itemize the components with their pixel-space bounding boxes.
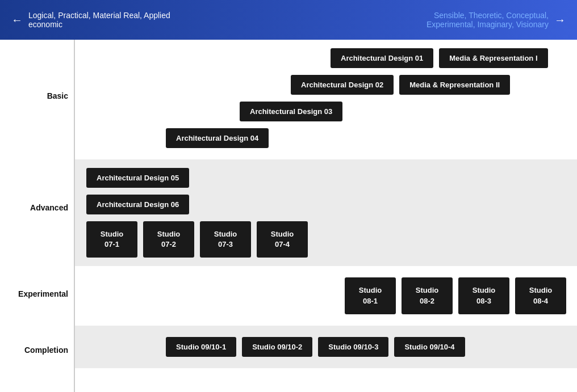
basic-row-2: Architectural Design 02 Media & Represen… [86,75,566,95]
content-area: Architectural Design 01 Media & Represen… [74,40,577,392]
section-advanced: Architectural Design 05 Architectural De… [75,159,577,266]
header-right: Sensible, Theoretic, Conceptual, Experim… [384,11,566,29]
experimental-studios-row: Studio08-1 Studio08-2 Studio08-3 Studio0… [86,277,566,314]
btn-studio-09-10-2[interactable]: Studio 09/10-2 [242,337,312,357]
btn-media-rep-2[interactable]: Media & Representation II [399,75,510,95]
section-experimental: Studio08-1 Studio08-2 Studio08-3 Studio0… [75,266,577,325]
advanced-studios-row: Studio07-1 Studio07-2 Studio07-3 Studio0… [86,221,566,258]
btn-arch-design-05[interactable]: Architectural Design 05 [86,168,189,188]
label-basic: Basic [0,40,74,152]
btn-arch-design-02[interactable]: Architectural Design 02 [291,75,394,95]
advanced-row-1: Architectural Design 05 [86,168,566,188]
btn-studio-09-10-3[interactable]: Studio 09/10-3 [318,337,388,357]
main-layout: Basic Advanced Experimental Completion A… [0,40,577,392]
btn-arch-design-06[interactable]: Architectural Design 06 [86,195,189,214]
label-completion: Completion [0,325,74,375]
header: ← Logical, Practical, Material Real, App… [0,0,577,40]
section-basic: Architectural Design 01 Media & Represen… [75,40,577,159]
btn-studio-08-1[interactable]: Studio08-1 [345,277,396,314]
header-right-text: Sensible, Theoretic, Conceptual, Experim… [384,11,549,29]
btn-arch-design-01[interactable]: Architectural Design 01 [331,48,433,68]
basic-row-3: Architectural Design 03 [86,102,566,121]
btn-studio-08-4[interactable]: Studio08-4 [515,277,566,314]
basic-row-1: Architectural Design 01 Media & Represen… [86,48,566,68]
btn-arch-design-04[interactable]: Architectural Design 04 [166,128,269,148]
header-left: ← Logical, Practical, Material Real, App… [11,11,193,29]
btn-studio-08-3[interactable]: Studio08-3 [458,277,509,314]
label-experimental: Experimental [0,263,74,325]
btn-studio-07-4[interactable]: Studio07-4 [257,221,308,258]
btn-studio-07-2[interactable]: Studio07-2 [143,221,194,258]
header-left-text: Logical, Practical, Material Real, Appli… [28,11,193,29]
completion-studios-row: Studio 09/10-1 Studio 09/10-2 Studio 09/… [86,337,566,357]
btn-arch-design-03[interactable]: Architectural Design 03 [240,102,342,121]
section-completion: Studio 09/10-1 Studio 09/10-2 Studio 09/… [75,326,577,368]
btn-studio-07-1[interactable]: Studio07-1 [86,221,137,258]
right-arrow[interactable]: → [554,14,566,27]
left-arrow[interactable]: ← [11,14,23,27]
label-advanced: Advanced [0,152,74,263]
btn-studio-07-3[interactable]: Studio07-3 [200,221,251,258]
btn-studio-09-10-4[interactable]: Studio 09/10-4 [394,337,465,357]
btn-media-rep-1[interactable]: Media & Representation I [439,48,547,68]
btn-studio-08-2[interactable]: Studio08-2 [402,277,453,314]
advanced-row-2: Architectural Design 06 [86,195,566,214]
btn-studio-09-10-1[interactable]: Studio 09/10-1 [166,337,236,357]
section-labels: Basic Advanced Experimental Completion [0,40,74,392]
basic-row-4: Architectural Design 04 [86,128,566,148]
